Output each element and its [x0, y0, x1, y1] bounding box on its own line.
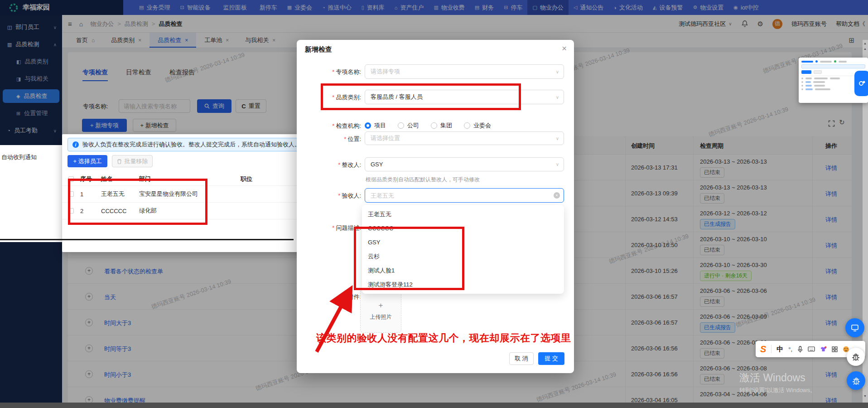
rectifier-select[interactable]: GSY ∨ [365, 157, 564, 171]
radio-icon [398, 122, 404, 129]
special-label: *专项名称: [299, 68, 361, 76]
annotation-arrow [310, 285, 360, 355]
special-select[interactable]: 请选择专项 ∨ [365, 64, 564, 79]
divider [771, 345, 772, 353]
select-employee-button[interactable]: + 选择员工 [68, 155, 107, 167]
org-radio-group: 项目 公司 集团 业委会 [365, 120, 491, 131]
plus-icon: + [379, 301, 383, 310]
annotation-box-employees [68, 179, 207, 225]
chevron-down-icon: ∨ [556, 69, 559, 74]
radio-group-org[interactable]: 集团 [431, 121, 452, 130]
skin-icon[interactable] [820, 346, 827, 352]
location-select[interactable]: 请选择位置 ∨ [365, 131, 564, 145]
trash-icon [117, 159, 122, 164]
radio-committee[interactable]: 业委会 [464, 121, 491, 130]
scroll-up-icon[interactable]: ▲ [863, 47, 867, 50]
dropdown-option[interactable]: 王老五无 [362, 207, 564, 221]
chevron-down-icon: ∨ [556, 95, 559, 100]
upload-label: 上传照片 [370, 313, 392, 321]
location-label: *位置: [299, 135, 361, 143]
windows-activation-line2: 转到“设置”以激活 Windows。 [739, 386, 816, 394]
org-label: *检查机构: [299, 122, 361, 130]
acceptor-input[interactable] [365, 188, 564, 203]
fragment-text: 自动收到通知 [1, 153, 37, 161]
radio-icon [464, 122, 470, 129]
radio-icon [431, 122, 437, 129]
chinese-mode-icon[interactable]: 中 [776, 345, 783, 354]
chevron-down-icon: ∨ [556, 162, 559, 167]
radio-company[interactable]: 公司 [398, 121, 419, 130]
annotation-box-category [321, 83, 521, 110]
monitor-icon [850, 323, 859, 332]
rectifier-label: *整改人: [299, 161, 361, 169]
rectifier-help-text: 根据品质类别自动匹配默认整改人，可手动修改 [366, 176, 480, 184]
rectifier-value: GSY [371, 161, 383, 168]
chevron-down-icon: ∨ [556, 136, 559, 141]
upload-photo-box[interactable]: + 上传照片 [360, 289, 401, 333]
bug-icon [851, 352, 860, 361]
divider-line [0, 239, 294, 240]
select-placeholder: 请选择专项 [371, 68, 400, 76]
annotation-box-dropdown [354, 227, 464, 290]
submit-button[interactable]: 提 交 [538, 352, 564, 365]
modal-title: 新增检查 [305, 45, 332, 54]
batch-remove-button[interactable]: 批量移除 [112, 155, 153, 167]
background-window-fragment: 自动收到通知 [0, 145, 62, 242]
radio-project[interactable]: 项目 [365, 121, 386, 130]
link-icon [858, 79, 866, 87]
feedback-float-button[interactable] [845, 318, 864, 337]
punctuation-icon[interactable]: °, [788, 346, 792, 353]
clear-icon[interactable]: × [554, 192, 560, 199]
select-placeholder: 请选择位置 [371, 134, 400, 142]
share-app-icon[interactable] [854, 71, 868, 96]
app-root: 幸福家园 ▤ 业务受理 ⊡ 智能设备 监控面板 [0, 0, 868, 408]
bug-icon [852, 376, 861, 385]
scroll-up-icon[interactable]: ▲ [863, 42, 867, 45]
preview-banner [801, 64, 865, 68]
radio-checked-icon [365, 122, 371, 129]
cancel-button[interactable]: 取 消 [509, 352, 534, 365]
acceptor-label: *验收人: [299, 192, 361, 200]
bug-report-float-button[interactable] [847, 371, 865, 390]
debug-float-button[interactable] [847, 348, 865, 366]
keyboard-icon[interactable] [808, 346, 815, 352]
desc-label: *问题描述: [299, 224, 361, 232]
windows-activation-line1: 激活 Windows [739, 371, 805, 385]
sogou-icon[interactable]: S [760, 344, 766, 355]
info-text: 验收人负责在整改完成后进行确认验收。整改人提交完成后，系统自动通知验收人。 [82, 141, 300, 149]
mic-icon[interactable] [797, 346, 803, 353]
close-icon[interactable]: × [562, 44, 567, 53]
toolbox-grid-icon[interactable] [832, 346, 838, 352]
header-title: 职位 [241, 175, 252, 183]
scroll-down-icon[interactable]: ▼ [863, 394, 867, 398]
info-icon: i [72, 141, 79, 148]
